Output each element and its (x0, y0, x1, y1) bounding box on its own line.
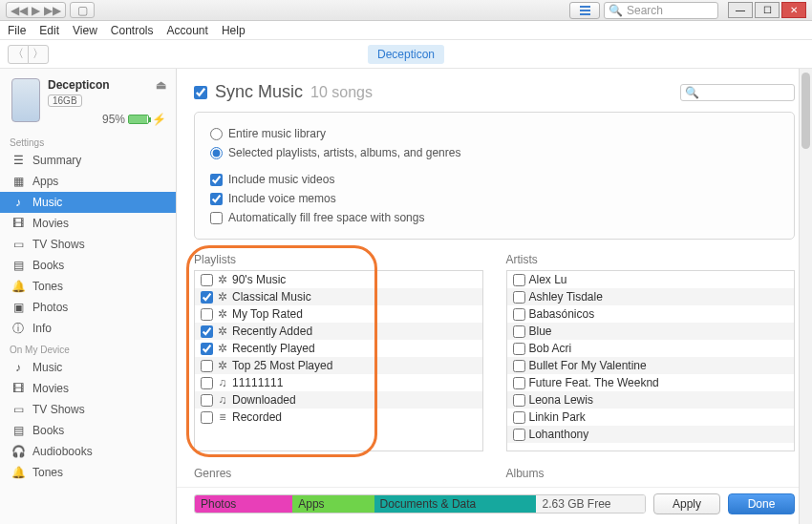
sidebar-item-tv-shows[interactable]: ▭TV Shows (0, 399, 176, 420)
playlist-checkbox[interactable] (201, 274, 213, 286)
global-search-input[interactable]: 🔍 Search (604, 2, 718, 19)
artist-row[interactable]: Alex Lu (507, 271, 795, 288)
window-maximize-button[interactable]: ☐ (755, 2, 780, 18)
chk-include-memos[interactable]: Include voice memos (210, 189, 779, 208)
artist-checkbox[interactable] (513, 343, 525, 355)
artist-row[interactable]: Bob Acri (507, 340, 795, 357)
artist-checkbox[interactable] (513, 411, 525, 424)
menu-view[interactable]: View (73, 24, 97, 37)
sidebar-item-tones[interactable]: 🔔Tones (0, 462, 176, 483)
sidebar-item-tones[interactable]: 🔔Tones (0, 276, 176, 297)
window-close-button[interactable]: ✕ (781, 2, 806, 18)
menu-account[interactable]: Account (167, 24, 208, 37)
capacity-segment: Apps (292, 495, 374, 513)
tv-icon: ▭ (11, 238, 25, 251)
playlist-row[interactable]: ♫11111111 (195, 374, 482, 391)
window-minimize-button[interactable]: — (728, 2, 753, 18)
playlists-heading: Playlists (194, 253, 483, 266)
playlist-checkbox[interactable] (201, 308, 213, 321)
playlist-row[interactable]: ✲90's Music (195, 271, 482, 288)
artist-row[interactable]: Leona Lewis (507, 391, 795, 409)
artist-checkbox[interactable] (513, 429, 525, 441)
artist-checkbox[interactable] (513, 377, 525, 389)
sidebar-item-apps[interactable]: ▦Apps (0, 171, 176, 192)
view-toggle-button[interactable] (569, 2, 600, 19)
sidebar-item-photos[interactable]: ▣Photos (0, 297, 176, 318)
artist-checkbox[interactable] (513, 274, 525, 286)
artist-checkbox[interactable] (513, 308, 525, 321)
playlist-row[interactable]: ≡Recorded (195, 409, 482, 426)
scrollbar-track[interactable] (799, 69, 812, 524)
sidebar-item-label: TV Shows (32, 238, 85, 251)
sidebar-item-movies[interactable]: 🎞Movies (0, 378, 176, 399)
playlist-checkbox[interactable] (201, 291, 213, 304)
playlist-gear-icon: ✲ (217, 290, 228, 304)
playlist-checkbox[interactable] (201, 343, 213, 355)
sidebar-item-audiobooks[interactable]: 🎧Audiobooks (0, 441, 176, 462)
sidebar-item-books[interactable]: ▤Books (0, 420, 176, 441)
artist-label: Bob Acri (529, 342, 572, 355)
playlist-checkbox[interactable] (201, 360, 213, 372)
content-search-input[interactable]: 🔍 (680, 84, 795, 101)
sync-music-checkbox[interactable] (194, 86, 207, 99)
artists-listbox[interactable]: Alex LuAshley TisdaleBabasónicosBlueBob … (506, 270, 796, 451)
artist-label: Blue (529, 325, 552, 338)
playback-controls[interactable]: ◀◀ ▶ ▶▶ (6, 2, 66, 18)
battery-icon (128, 115, 149, 124)
radio-selected[interactable]: Selected playlists, artists, albums, and… (210, 143, 779, 162)
history-forward-button[interactable]: 〉 (28, 45, 49, 64)
artist-row[interactable]: Ashley Tisdale (507, 288, 795, 305)
chk-include-videos[interactable]: Include music videos (210, 170, 779, 189)
done-button[interactable]: Done (728, 493, 795, 514)
artist-label: Future Feat. The Weeknd (529, 376, 659, 389)
sidebar-item-label: Tones (32, 280, 63, 293)
playlist-row[interactable]: ♫Downloaded (195, 391, 482, 409)
artist-checkbox[interactable] (513, 291, 525, 304)
window-titlebar: ◀◀ ▶ ▶▶ ▢ 🔍 Search — ☐ ✕ (0, 0, 812, 21)
sidebar-item-books[interactable]: ▤Books (0, 255, 176, 276)
artist-label: Babasónicos (529, 307, 595, 321)
menu-edit[interactable]: Edit (39, 24, 59, 37)
menu-help[interactable]: Help (222, 24, 246, 37)
playlists-listbox[interactable]: ✲90's Music✲Classical Music✲My Top Rated… (194, 270, 483, 451)
playlist-checkbox[interactable] (201, 411, 213, 424)
playlist-row[interactable]: ✲My Top Rated (195, 305, 482, 323)
artist-checkbox[interactable] (513, 394, 525, 407)
playlist-row[interactable]: ✲Recently Played (195, 340, 482, 357)
artist-row[interactable]: Bullet For My Valentine (507, 357, 795, 374)
menu-controls[interactable]: Controls (111, 24, 154, 37)
playlist-row[interactable]: ✲Recently Added (195, 323, 482, 340)
artist-row[interactable]: Linkin Park (507, 409, 795, 426)
artist-row[interactable]: Lohanthony (507, 426, 795, 443)
sidebar-item-summary[interactable]: ☰Summary (0, 150, 176, 171)
sidebar-item-music[interactable]: ♪Music (0, 357, 176, 378)
artist-row[interactable]: Blue (507, 323, 795, 340)
eject-icon[interactable]: ⏏ (156, 78, 166, 92)
playlist-row[interactable]: ✲Top 25 Most Played (195, 357, 482, 374)
history-back-button[interactable]: 〈 (8, 45, 29, 64)
sidebar-item-info[interactable]: ⓘInfo (0, 318, 176, 339)
menu-file[interactable]: File (8, 24, 26, 37)
sync-prefs-box: Entire music library Selected playlists,… (194, 112, 795, 240)
artist-checkbox[interactable] (513, 360, 525, 372)
playlist-row[interactable]: ✲Classical Music (195, 288, 482, 305)
sidebar-item-movies[interactable]: 🎞Movies (0, 213, 176, 234)
artist-checkbox[interactable] (513, 325, 525, 338)
airplay-button[interactable]: ▢ (70, 2, 95, 18)
playlist-checkbox[interactable] (201, 394, 213, 407)
scrollbar-thumb[interactable] (801, 73, 810, 149)
sidebar-item-tv-shows[interactable]: ▭TV Shows (0, 234, 176, 255)
playlist-checkbox[interactable] (201, 377, 213, 389)
sidebar-item-music[interactable]: ♪Music (0, 192, 176, 213)
radio-entire-library[interactable]: Entire music library (210, 124, 779, 143)
artist-label: Alex Lu (529, 273, 567, 286)
playlist-checkbox[interactable] (201, 325, 213, 338)
search-icon: 🔍 (685, 86, 699, 99)
capacity-segment: 2.63 GB Free (536, 495, 645, 513)
apply-button[interactable]: Apply (653, 493, 720, 514)
playlist-label: Top 25 Most Played (232, 359, 332, 372)
artist-row[interactable]: Babasónicos (507, 305, 795, 323)
artist-row[interactable]: Future Feat. The Weeknd (507, 374, 795, 391)
breadcrumb[interactable]: Decepticon (368, 45, 444, 64)
chk-autofill[interactable]: Automatically fill free space with songs (210, 208, 779, 227)
